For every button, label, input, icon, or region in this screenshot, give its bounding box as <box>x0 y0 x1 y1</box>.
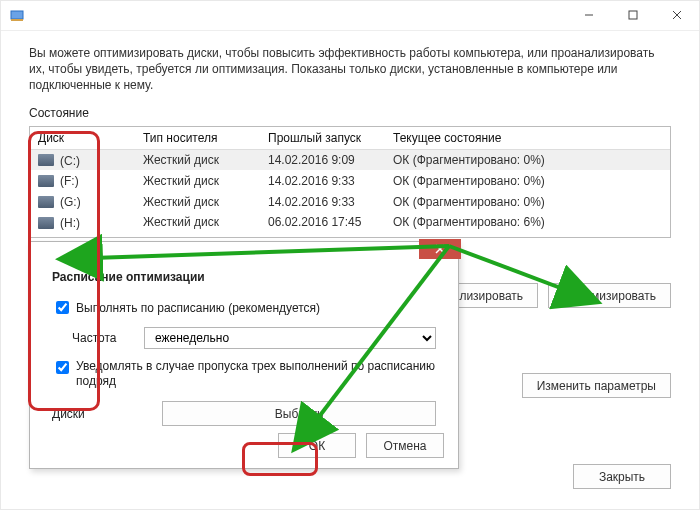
drive-last: 14.02.2016 9:33 <box>260 170 385 191</box>
drive-name: (G:) <box>60 195 81 209</box>
schedule-checkbox-label: Выполнять по расписанию (рекомендуется) <box>76 301 320 315</box>
close-button[interactable] <box>655 1 699 29</box>
col-last[interactable]: Прошлый запуск <box>260 127 385 150</box>
drive-status: ОК (Фрагментировано: 6%) <box>385 212 670 233</box>
drive-status: ОК (Фрагментировано: 0%) <box>385 170 670 191</box>
state-label: Состояние <box>29 106 671 120</box>
table-row[interactable]: (H:) Жесткий диск 06.02.2016 17:45 ОК (Ф… <box>30 212 670 233</box>
drive-last: 14.02.2016 9:33 <box>260 191 385 212</box>
frequency-select[interactable]: еженедельно <box>144 327 436 349</box>
col-media[interactable]: Тип носителя <box>135 127 260 150</box>
app-icon <box>9 8 25 24</box>
disks-label: Диски <box>52 407 162 421</box>
optimize-button[interactable]: Оптимизировать <box>548 283 671 308</box>
drive-icon <box>38 175 54 187</box>
close-main-button[interactable]: Закрыть <box>573 464 671 489</box>
frequency-label: Частота <box>52 331 144 345</box>
drive-media: Жесткий диск <box>135 149 260 170</box>
table-row[interactable]: (C:) Жесткий диск 14.02.2016 9:09 ОК (Фр… <box>30 149 670 170</box>
ok-button[interactable]: ОК <box>278 433 356 458</box>
cancel-button[interactable]: Отмена <box>366 433 444 458</box>
drive-icon <box>38 154 54 166</box>
maximize-button[interactable] <box>611 1 655 29</box>
svg-rect-0 <box>11 11 23 19</box>
intro-text: Вы можете оптимизировать диски, чтобы по… <box>29 45 671 94</box>
drive-icon <box>38 217 54 229</box>
choose-disks-button[interactable]: Выбрать <box>162 401 436 426</box>
svg-rect-1 <box>11 19 23 21</box>
drive-name: (C:) <box>60 153 80 167</box>
schedule-dialog: Расписание оптимизации Выполнять по расп… <box>29 241 459 469</box>
notify-label: Уведомлять в случае пропуска трех выполн… <box>76 359 436 389</box>
svg-rect-3 <box>629 11 637 19</box>
dialog-title: Расписание оптимизации <box>52 270 436 284</box>
table-row[interactable]: (F:) Жесткий диск 14.02.2016 9:33 ОК (Фр… <box>30 170 670 191</box>
close-icon <box>435 244 445 254</box>
dialog-close-button[interactable] <box>419 239 461 259</box>
window-controls <box>567 1 699 31</box>
drives-table: Диск Тип носителя Прошлый запуск Текущее… <box>29 126 671 238</box>
schedule-checkbox[interactable] <box>56 301 69 314</box>
change-params-button[interactable]: Изменить параметры <box>522 373 671 398</box>
drive-media: Жесткий диск <box>135 212 260 233</box>
table-row[interactable]: (G:) Жесткий диск 14.02.2016 9:33 ОК (Фр… <box>30 191 670 212</box>
col-drive[interactable]: Диск <box>30 127 135 150</box>
drive-status: ОК (Фрагментировано: 0%) <box>385 149 670 170</box>
drive-media: Жесткий диск <box>135 191 260 212</box>
drive-last: 14.02.2016 9:09 <box>260 149 385 170</box>
drive-media: Жесткий диск <box>135 170 260 191</box>
col-status[interactable]: Текущее состояние <box>385 127 670 150</box>
drive-last: 06.02.2016 17:45 <box>260 212 385 233</box>
drive-icon <box>38 196 54 208</box>
drive-status: ОК (Фрагментировано: 0%) <box>385 191 670 212</box>
notify-checkbox[interactable] <box>56 361 69 374</box>
drive-name: (H:) <box>60 216 80 230</box>
drive-name: (F:) <box>60 174 79 188</box>
minimize-button[interactable] <box>567 1 611 29</box>
